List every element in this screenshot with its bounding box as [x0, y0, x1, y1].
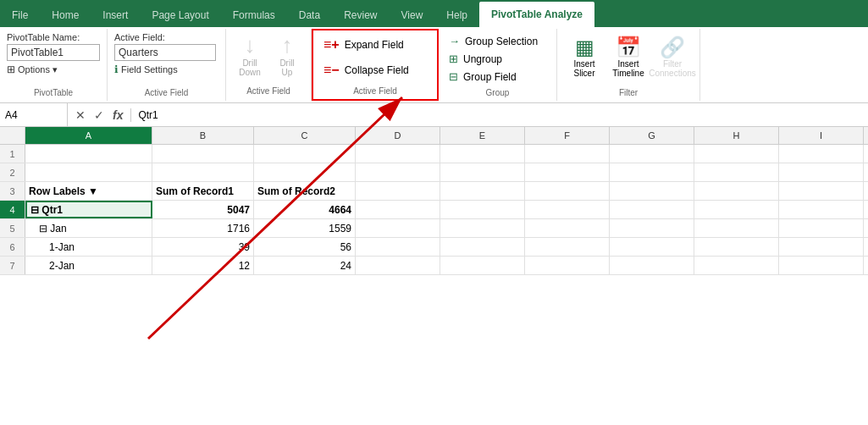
drill-down-button[interactable]: ↓ DrillDown — [233, 32, 267, 77]
tab-pivottable-analyze[interactable]: PivotTable Analyze — [479, 2, 594, 27]
tab-file[interactable]: File — [0, 3, 40, 27]
cell-e7[interactable] — [440, 257, 525, 274]
cell-b6[interactable]: 39 — [152, 238, 254, 256]
col-header-d[interactable]: D — [356, 127, 440, 144]
formula-input[interactable] — [131, 109, 868, 121]
tab-formulas[interactable]: Formulas — [221, 3, 287, 27]
col-header-a[interactable]: A — [25, 127, 152, 144]
cell-c5[interactable]: 1559 — [254, 219, 356, 237]
cell-e5[interactable] — [440, 219, 525, 237]
cell-f3[interactable] — [525, 182, 610, 200]
tab-view[interactable]: View — [390, 3, 435, 27]
cell-b1[interactable] — [152, 145, 254, 163]
cell-e2[interactable] — [440, 163, 525, 181]
tab-insert[interactable]: Insert — [91, 3, 140, 27]
cell-i6[interactable] — [779, 238, 864, 256]
pivottable-name-input[interactable] — [7, 44, 100, 61]
col-header-f[interactable]: F — [525, 127, 610, 144]
insert-function-button[interactable]: fx — [110, 108, 125, 122]
cell-b4[interactable]: 5047 — [152, 201, 254, 218]
cell-c1[interactable] — [254, 145, 356, 163]
cell-f7[interactable] — [525, 257, 610, 274]
cell-c7[interactable]: 24 — [254, 257, 356, 274]
cell-i7[interactable] — [779, 257, 864, 274]
col-header-g[interactable]: G — [610, 127, 694, 144]
cell-d5[interactable] — [356, 219, 440, 237]
cell-d4[interactable] — [356, 201, 440, 218]
cell-c2[interactable] — [254, 163, 356, 181]
cell-f4[interactable] — [525, 201, 610, 218]
cell-g2[interactable] — [610, 163, 694, 181]
active-field-input[interactable] — [114, 44, 216, 61]
cell-h5[interactable] — [694, 219, 779, 237]
cell-b2[interactable] — [152, 163, 254, 181]
cell-reference-box[interactable] — [0, 103, 68, 126]
cell-e4[interactable] — [440, 201, 525, 218]
cell-h4[interactable] — [694, 201, 779, 218]
pivottable-options-button[interactable]: ⊞ Options ▾ — [7, 63, 100, 75]
cancel-formula-button[interactable]: ✕ — [73, 108, 88, 122]
cell-i4[interactable] — [779, 201, 864, 218]
cell-b3[interactable]: Sum of Record1 — [152, 182, 254, 200]
tab-data[interactable]: Data — [287, 3, 332, 27]
col-header-h[interactable]: H — [694, 127, 779, 144]
cell-i3[interactable] — [779, 182, 864, 200]
drill-up-button[interactable]: ↑ DrillUp — [270, 32, 304, 77]
col-header-c[interactable]: C — [254, 127, 356, 144]
cell-f1[interactable] — [525, 145, 610, 163]
cell-d7[interactable] — [356, 257, 440, 274]
tab-page-layout[interactable]: Page Layout — [140, 3, 220, 27]
group-field-button[interactable]: ⊟ Group Field — [445, 68, 550, 86]
expand-field-button[interactable]: ≡+ Expand Field — [318, 34, 432, 56]
cell-h7[interactable] — [694, 257, 779, 274]
collapse-field-button[interactable]: ≡− Collapse Field — [318, 59, 432, 81]
cell-a2[interactable] — [25, 163, 152, 181]
cell-d3[interactable] — [356, 182, 440, 200]
cell-b7[interactable]: 12 — [152, 257, 254, 274]
field-settings-button[interactable]: ℹ Field Settings — [114, 63, 218, 75]
tab-help[interactable]: Help — [434, 3, 479, 27]
cell-d1[interactable] — [356, 145, 440, 163]
cell-d2[interactable] — [356, 163, 440, 181]
ungroup-button[interactable]: ⊞ Ungroup — [445, 50, 550, 68]
tab-home[interactable]: Home — [40, 3, 91, 27]
cell-i2[interactable] — [779, 163, 864, 181]
cell-b5[interactable]: 1716 — [152, 219, 254, 237]
tab-review[interactable]: Review — [332, 3, 389, 27]
confirm-formula-button[interactable]: ✓ — [91, 108, 107, 122]
col-header-b[interactable]: B — [152, 127, 254, 144]
cell-g3[interactable] — [610, 182, 694, 200]
cell-c3[interactable]: Sum of Record2 — [254, 182, 356, 200]
cell-h6[interactable] — [694, 238, 779, 256]
col-header-i[interactable]: I — [779, 127, 864, 144]
cell-f2[interactable] — [525, 163, 610, 181]
cell-c4[interactable]: 4664 — [254, 201, 356, 218]
cell-g5[interactable] — [610, 219, 694, 237]
cell-a1[interactable] — [25, 145, 152, 163]
cell-e6[interactable] — [440, 238, 525, 256]
cell-a7[interactable]: 2-Jan — [25, 257, 152, 274]
group-selection-button[interactable]: → Group Selection — [445, 32, 550, 50]
insert-slicer-button[interactable]: ▦ InsertSlicer — [564, 36, 605, 78]
col-header-e[interactable]: E — [440, 127, 525, 144]
cell-a4[interactable]: ⊟ Qtr1 — [25, 201, 152, 218]
cell-c6[interactable]: 56 — [254, 238, 356, 256]
cell-g6[interactable] — [610, 238, 694, 256]
cell-g7[interactable] — [610, 257, 694, 274]
cell-a5[interactable]: ⊟ Jan — [25, 219, 152, 237]
cell-h2[interactable] — [694, 163, 779, 181]
cell-g1[interactable] — [610, 145, 694, 163]
cell-i5[interactable] — [779, 219, 864, 237]
cell-i1[interactable] — [779, 145, 864, 163]
insert-timeline-button[interactable]: 📅 InsertTimeline — [608, 36, 649, 78]
cell-f5[interactable] — [525, 219, 610, 237]
cell-a3[interactable]: Row Labels ▼ — [25, 182, 152, 200]
cell-e1[interactable] — [440, 145, 525, 163]
filter-connections-button[interactable]: 🔗 FilterConnections — [652, 36, 693, 78]
cell-h3[interactable] — [694, 182, 779, 200]
cell-g4[interactable] — [610, 201, 694, 218]
cell-f6[interactable] — [525, 238, 610, 256]
cell-e3[interactable] — [440, 182, 525, 200]
cell-h1[interactable] — [694, 145, 779, 163]
cell-a6[interactable]: 1-Jan — [25, 238, 152, 256]
